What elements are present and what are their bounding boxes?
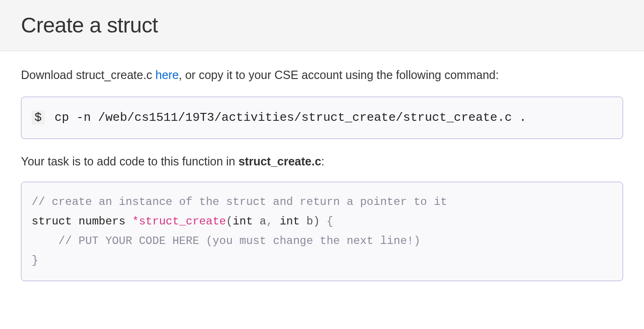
code-keyword-int2: int [280,215,300,228]
header-section: Create a struct [0,0,644,51]
code-funcname: struct_create [139,215,226,228]
code-comment-2: // PUT YOUR CODE HERE (you must change t… [59,235,421,247]
command-block: $ cp -n /web/cs1511/19T3/activities/stru… [21,97,623,139]
code-type-numbers: numbers [79,215,126,228]
task-paragraph: Your task is to add code to this functio… [21,153,623,171]
page-title: Create a struct [21,9,623,41]
content-section: Download struct_create.c here, or copy i… [0,51,644,295]
download-link[interactable]: here [155,68,179,81]
code-param-a: a [260,215,266,228]
code-keyword-int1: int [233,215,253,228]
task-filename: struct_create.c [238,155,321,168]
code-paren-open: ( [226,215,233,228]
command-prompt: $ [32,111,45,125]
code-brace-close: } [32,254,38,267]
code-comma: , [266,215,273,228]
code-block: // create an instance of the struct and … [21,182,623,281]
code-comment-1: // create an instance of the struct and … [32,196,447,208]
code-brace-open: { [327,215,333,228]
task-prefix: Your task is to add code to this functio… [21,155,238,168]
intro-prefix: Download struct_create.c [21,68,155,81]
code-paren-close: ) [313,215,320,228]
intro-paragraph: Download struct_create.c here, or copy i… [21,65,623,85]
intro-suffix: , or copy it to your CSE account using t… [179,68,499,81]
task-suffix: : [321,155,324,168]
command-text: cp -n /web/cs1511/19T3/activities/struct… [54,111,526,125]
code-keyword-struct: struct [32,215,72,228]
code-star: * [132,215,139,228]
code-param-b: b [307,215,313,228]
